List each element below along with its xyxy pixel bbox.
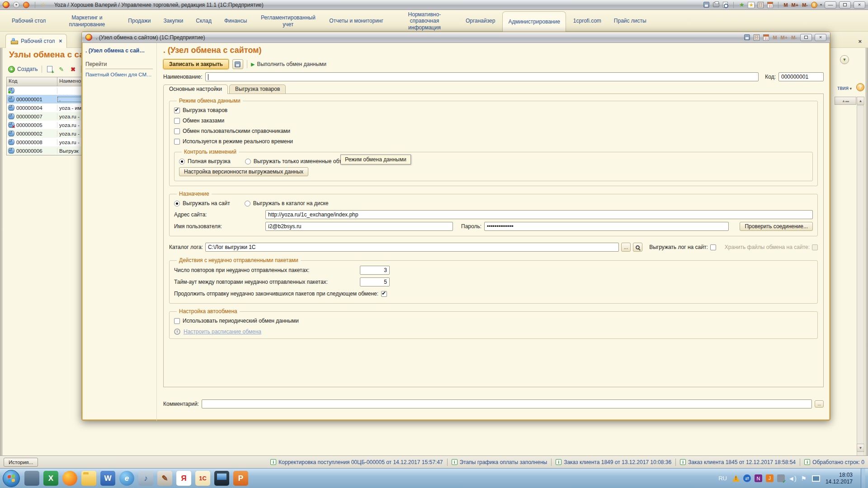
- log-folder-input[interactable]: C:\Лог выгрузки 1С: [205, 243, 619, 252]
- taskbar-icon-firefox[interactable]: [62, 471, 77, 486]
- radio[interactable]: [245, 159, 251, 164]
- column-code[interactable]: Код: [7, 77, 57, 86]
- minimize-button[interactable]: —: [825, 1, 836, 9]
- sidebar-current-link[interactable]: . (Узел обмена с сай…: [85, 47, 153, 54]
- help-button[interactable]: ?: [856, 83, 864, 91]
- menu-tab-administrirovanie[interactable]: Администрирование: [502, 11, 566, 32]
- status-message[interactable]: i Этапы графика оплаты заполнены: [452, 459, 547, 465]
- site-address-input[interactable]: http://yoza.ru/1c_exchange/index.php: [265, 210, 813, 219]
- radio[interactable]: [245, 201, 250, 206]
- schedule-link[interactable]: Настроить расписание обмена: [184, 328, 261, 335]
- edit-pencil-icon[interactable]: ✎: [57, 65, 66, 73]
- menu-tab-otchety[interactable]: Отчеты и мониторинг: [324, 11, 389, 31]
- add-favorite-icon[interactable]: ★: [738, 2, 745, 8]
- taskbar-icon-computer[interactable]: [24, 471, 39, 486]
- checkbox-row-goods-upload[interactable]: Выгрузка товаров: [174, 107, 813, 113]
- status-message[interactable]: i Обработано строк: 0: [804, 459, 864, 465]
- vertical-scrollbar[interactable]: [857, 105, 864, 465]
- action-center-flag-icon[interactable]: ⚑: [800, 474, 807, 482]
- menu-tab-finansy[interactable]: Финансы: [219, 11, 252, 31]
- save-icon[interactable]: [703, 2, 710, 8]
- radio-label-upload-to-folder[interactable]: Выгружать в каталог на диске: [253, 200, 329, 206]
- menu-tab-prodazhi[interactable]: Продажи: [123, 11, 156, 31]
- scroll-up-arrow[interactable]: ▲: [857, 97, 864, 105]
- favorites-star-icon[interactable]: ☆: [41, 1, 46, 8]
- memory-recall-button[interactable]: M: [772, 35, 777, 40]
- taskbar-icon-folder[interactable]: [81, 471, 96, 486]
- dialog-titlebar[interactable]: . (Узел обмена с сайтом) (1С:Предприятие…: [82, 32, 830, 43]
- taskbar-icon-paint[interactable]: ✎: [157, 471, 172, 486]
- browse-button[interactable]: ...: [621, 243, 631, 252]
- window-list-button[interactable]: ▼: [840, 55, 849, 64]
- menu-tab-nsi[interactable]: Нормативно-справочная информация: [391, 11, 458, 31]
- clock[interactable]: 18:03 14.12.2017: [826, 472, 853, 485]
- radio-label-upload-to-site[interactable]: Выгружать на сайт: [183, 200, 230, 206]
- menu-tab-1cprofi[interactable]: 1cprofi.com: [568, 11, 607, 31]
- workspace-tab-desktop[interactable]: Рабочий стол ×: [5, 34, 67, 48]
- memory-plus-button[interactable]: M+: [780, 35, 788, 40]
- checkbox-row-order-exchange[interactable]: Обмен заказами: [174, 117, 813, 124]
- menu-tab-reglament-uchet[interactable]: Регламентированный учет: [254, 11, 322, 31]
- save-button[interactable]: [232, 59, 243, 69]
- maximize-button[interactable]: [800, 34, 812, 41]
- radio-selected[interactable]: [174, 201, 180, 206]
- save-close-button[interactable]: Записать и закрыть: [163, 59, 229, 69]
- upload-log-checkbox[interactable]: [710, 244, 716, 250]
- calendar-icon[interactable]: 31: [763, 34, 769, 41]
- close-button[interactable]: ×: [815, 34, 826, 41]
- periodic-exchange-row[interactable]: Использовать периодический обмен данными: [174, 318, 813, 324]
- menu-tab-marketing[interactable]: Маркетинг и планирование: [53, 11, 121, 31]
- close-current-tab-icon[interactable]: ×: [858, 38, 862, 45]
- taskbar-icon-remote-desktop[interactable]: [214, 471, 229, 486]
- memory-plus-button[interactable]: M+: [791, 2, 799, 8]
- comment-more-button[interactable]: ...: [815, 400, 824, 408]
- test-connection-button[interactable]: Проверить соединение...: [740, 222, 813, 231]
- search-button[interactable]: [633, 243, 642, 252]
- scroll-down-arrow[interactable]: ▼: [857, 444, 864, 452]
- taskbar-icon-yandex[interactable]: Я: [176, 471, 191, 486]
- language-indicator[interactable]: RU: [718, 475, 727, 482]
- menu-tab-sklad[interactable]: Склад: [190, 11, 217, 31]
- usb-device-icon[interactable]: [777, 474, 785, 482]
- menu-tab-zakupki[interactable]: Закупки: [158, 11, 189, 31]
- main-menu-dropdown-icon[interactable]: ▾: [13, 2, 19, 8]
- run-exchange-button[interactable]: ▶ Выполнить обмен данными: [251, 61, 326, 67]
- one-c-logo-icon[interactable]: [3, 1, 9, 8]
- checkbox-row-realtime-mode[interactable]: Используется в режиме реального времени: [174, 138, 813, 145]
- sort-header-cell[interactable]: ▲▬: [835, 97, 856, 105]
- close-button[interactable]: ×: [854, 1, 865, 9]
- taskbar-icon-powerpoint[interactable]: P: [233, 471, 248, 486]
- checkbox[interactable]: [174, 128, 180, 134]
- comment-input[interactable]: [202, 399, 812, 408]
- menu-tab-prays-listy[interactable]: Прайс листы: [609, 11, 652, 31]
- show-desktop-button[interactable]: [861, 469, 865, 488]
- taskbar-icon-1c[interactable]: 1С: [195, 471, 210, 486]
- taskbar-icon-word[interactable]: W: [100, 471, 115, 486]
- radio-label-full-upload[interactable]: Полная выгрузка: [188, 158, 231, 164]
- all-actions-fragment[interactable]: твия: [837, 85, 852, 91]
- onenote-icon[interactable]: N: [755, 474, 762, 482]
- calculator-icon[interactable]: [757, 2, 764, 8]
- menu-tab-organayzer[interactable]: Органайзер: [460, 11, 501, 31]
- periodic-exchange-checkbox[interactable]: [174, 318, 180, 324]
- memory-minus-button[interactable]: M-: [802, 2, 808, 8]
- restore-button[interactable]: [839, 1, 851, 9]
- info-icon[interactable]: i: [811, 2, 817, 8]
- menu-tab-rabochiy-stol[interactable]: Рабочий стол: [6, 11, 51, 31]
- calculator-icon[interactable]: [753, 34, 760, 41]
- create-button[interactable]: + Создать: [8, 66, 38, 73]
- calendar-icon[interactable]: 31: [767, 2, 774, 8]
- taskbar-icon-internet-explorer[interactable]: e: [119, 471, 134, 486]
- checkbox-row-user-catalogs[interactable]: Обмен пользовательскими справочниками: [174, 128, 813, 134]
- name-input[interactable]: [205, 72, 759, 81]
- sidebar-link-batch-exchange[interactable]: Пакетный Обмен для СМ…: [85, 72, 153, 77]
- java-icon[interactable]: J: [766, 474, 774, 482]
- print-icon[interactable]: [712, 2, 719, 8]
- warning-icon[interactable]: [732, 475, 740, 482]
- checkbox[interactable]: [174, 118, 180, 124]
- start-button[interactable]: [3, 470, 20, 487]
- memory-minus-button[interactable]: M-: [791, 35, 797, 40]
- checkbox[interactable]: [174, 139, 180, 145]
- status-message[interactable]: i Заказ клиента 1845 от 12.12.2017 18:58…: [680, 459, 796, 465]
- checkbox-checked[interactable]: [174, 108, 180, 113]
